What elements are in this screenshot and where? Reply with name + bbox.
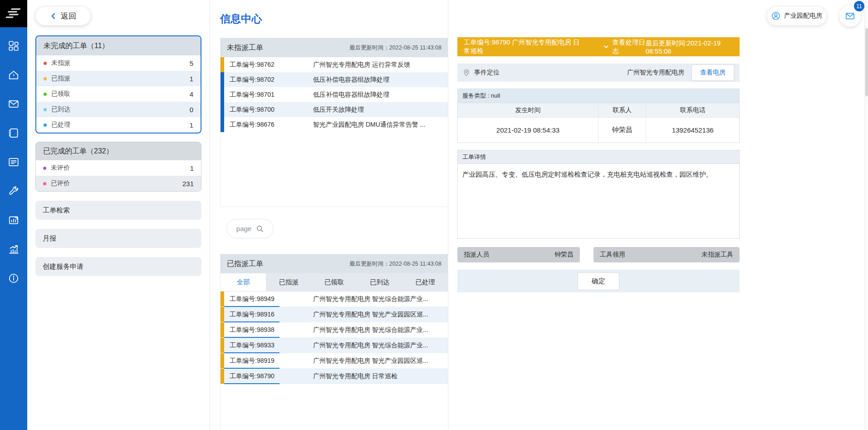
assignee-label: 指派人员: [464, 251, 489, 259]
tab-assigned[interactable]: 已指派: [266, 273, 311, 291]
work-order-row[interactable]: 工单编号:98933 广州智光专用配电房 智光综合能源产业...: [221, 338, 448, 353]
unassigned-panel-header: 未指派工单 最后更新时间：2022-08-25 11:43:08: [221, 38, 448, 57]
work-order-desc: 广州智光专用配电房 智光综合能源产业...: [313, 326, 448, 334]
status-row-rated[interactable]: 已评价 231: [36, 176, 201, 191]
col-contact-phone: 联系电话: [646, 103, 739, 117]
unfinished-panel-title: 未完成的工单（11）: [36, 36, 201, 55]
tab-label: 已领取: [324, 278, 344, 287]
work-order-row[interactable]: 工单编号:98700 低压开关故障处理: [221, 102, 448, 117]
status-row-unrated[interactable]: 未评价 1: [36, 160, 201, 176]
status-dot: [44, 93, 47, 96]
status-count: 231: [182, 180, 194, 188]
order-detail-body: 事件定位 广州智光专用配电房 查看电房 服务类型 : null 发生时间 联系人…: [457, 64, 740, 292]
page-search[interactable]: page: [226, 219, 274, 238]
view-process-log[interactable]: 查看处理日志: [603, 38, 646, 55]
tab-processed[interactable]: 已处理: [402, 273, 448, 291]
order-banner: 工单编号:98790 广州智光专用配电房 日常巡检 查看处理日志 最后更新时间:…: [457, 37, 740, 56]
work-order-id: 工单编号:98949: [224, 295, 313, 303]
nav-order-search[interactable]: 工单检索: [35, 201, 201, 220]
nav-monthly-report[interactable]: 月报: [35, 229, 201, 248]
event-location-value: 广州智光专用配电房: [627, 69, 684, 77]
view-power-room-button[interactable]: 查看电房: [691, 64, 734, 81]
status-row-claimed[interactable]: 已领取 4: [36, 86, 201, 102]
work-order-row[interactable]: 工单编号:98916 广州智光专用配电房 智光产业园园区巡...: [221, 307, 448, 322]
work-order-row[interactable]: 工单编号:98701 低压补偿电容器组故障处理: [221, 87, 448, 102]
tab-label: 已指派: [279, 278, 299, 287]
assignee-pill[interactable]: 指派人员 钟荣昌: [457, 247, 580, 262]
tab-arrived[interactable]: 已到达: [357, 273, 402, 291]
unassigned-last-updated: 最后更新时间：2022-08-25 11:43:08: [349, 44, 441, 52]
assigned-orders-panel: 已指派工单 最后更新时间：2022-08-25 11:43:08 全部 已指派 …: [220, 254, 448, 430]
status-dot: [43, 167, 46, 170]
status-row-unassigned[interactable]: 未指派 5: [36, 55, 201, 71]
status-dot: [44, 108, 47, 111]
report-chart-icon[interactable]: [8, 214, 20, 228]
back-button[interactable]: 返回: [35, 6, 91, 25]
left-panel: 返回 未完成的工单（11） 未指派 5 已指派 1 已领取 4 已到达: [27, 0, 210, 430]
scrollbar-thumb[interactable]: [865, 28, 868, 96]
tab-claimed[interactable]: 已领取: [311, 273, 357, 291]
assigned-last-updated: 最后更新时间：2022-08-25 11:43:08: [349, 260, 441, 268]
home-energy-icon[interactable]: [8, 69, 20, 83]
banner-last-updated: 最后更新时间:2021-02-19 08:55:08: [646, 39, 733, 55]
status-label: 未评价: [51, 164, 70, 172]
work-order-desc: 广州智光专用配电房 日常巡检: [313, 372, 448, 381]
work-order-desc: 广州智光专用配电房 智光产业园园区巡...: [313, 311, 448, 319]
back-label: 返回: [61, 11, 76, 21]
tools-pill[interactable]: 工具领用 未指派工具: [593, 247, 740, 262]
unfinished-orders-panel[interactable]: 未完成的工单（11） 未指派 5 已指派 1 已领取 4 已到达 0: [35, 35, 201, 133]
contact-table-header: 发生时间 联系人 联系电话: [458, 103, 739, 117]
current-user-pill[interactable]: 产业园配电房: [767, 6, 827, 25]
tab-all[interactable]: 全部: [221, 273, 266, 291]
col-contact-person: 联系人: [598, 103, 646, 117]
confirm-button[interactable]: 确定: [578, 272, 619, 290]
list-icon[interactable]: [8, 156, 20, 170]
nav-create-service-request[interactable]: 创建服务申请: [35, 257, 201, 276]
status-count: 1: [190, 121, 193, 129]
status-dot: [44, 77, 47, 80]
status-bar: [221, 72, 224, 87]
work-order-row[interactable]: 工单编号:98676 智光产业园配电房 DMU通信异常告警 ...: [221, 117, 448, 132]
assigned-panel-header: 已指派工单 最后更新时间：2022-08-25 11:43:08: [221, 254, 448, 273]
unassigned-orders-panel: 未指派工单 最后更新时间：2022-08-25 11:43:08 工单编号:98…: [220, 38, 448, 207]
work-order-id: 工单编号:98790: [224, 372, 313, 381]
work-order-row[interactable]: 工单编号:98949 广州智光专用配电房 智光综合能源产业...: [221, 292, 448, 307]
tools-value: 未指派工具: [701, 251, 733, 259]
finished-orders-panel[interactable]: 已完成的工单（232） 未评价 1 已评价 231: [35, 142, 201, 192]
wrench-icon[interactable]: [8, 185, 20, 199]
order-banner-title: 工单编号:98790 广州智光专用配电房 日常巡检: [464, 38, 580, 55]
info-icon[interactable]: [8, 272, 20, 286]
view-process-log-label: 查看处理日志: [613, 38, 646, 55]
work-order-row-selected[interactable]: 工单编号:98790 广州智光专用配电房 日常巡检: [221, 369, 448, 384]
contact-table-row: 2021-02-19 08:54:33 钟荣昌 13926452136: [458, 117, 739, 143]
work-order-row[interactable]: 工单编号:98919 广州智光专用配电房 智光产业园园区巡...: [221, 353, 448, 369]
status-bar: [221, 102, 224, 117]
work-order-id: 工单编号:98701: [224, 91, 313, 99]
status-count: 4: [190, 90, 193, 98]
status-bar: [221, 369, 224, 384]
work-order-desc: 低压补偿电容器组故障处理: [313, 76, 448, 84]
status-row-processed[interactable]: 已处理 1: [36, 117, 201, 133]
trend-chart-icon[interactable]: [8, 243, 20, 257]
status-bar: [221, 292, 224, 306]
event-location-label: 事件定位: [474, 69, 500, 77]
unassigned-panel-title: 未指派工单: [227, 43, 263, 53]
status-dot: [44, 62, 47, 65]
work-order-row[interactable]: 工单编号:98938 广州智光专用配电房 智光综合能源产业...: [221, 322, 448, 338]
location-pin-icon: [463, 69, 470, 76]
status-row-assigned[interactable]: 已指派 1: [36, 71, 201, 86]
notebook-icon[interactable]: [8, 127, 20, 141]
status-label: 已到达: [51, 105, 70, 114]
search-icon: [256, 225, 264, 232]
confirm-bar: 确定: [457, 270, 740, 292]
tab-label: 已处理: [415, 278, 435, 287]
work-order-row[interactable]: 工单编号:98702 低压补偿电容器组故障处理: [221, 72, 448, 87]
status-row-arrived[interactable]: 已到达 0: [36, 102, 201, 117]
page-scrollbar[interactable]: [864, 0, 868, 430]
work-order-row[interactable]: 工单编号:98762 广州智光专用配电房 运行异常反馈: [221, 57, 448, 72]
message-center-column: 信息中心 未指派工单 最后更新时间：2022-08-25 11:43:08 工单…: [210, 0, 448, 430]
mail-icon[interactable]: [8, 98, 20, 112]
order-detail-column: 工单编号:98790 广州智光专用配电房 日常巡检 查看处理日志 最后更新时间:…: [448, 0, 868, 430]
event-location-bar: 事件定位 广州智光专用配电房 查看电房: [457, 64, 740, 82]
grid-icon[interactable]: [8, 40, 20, 54]
